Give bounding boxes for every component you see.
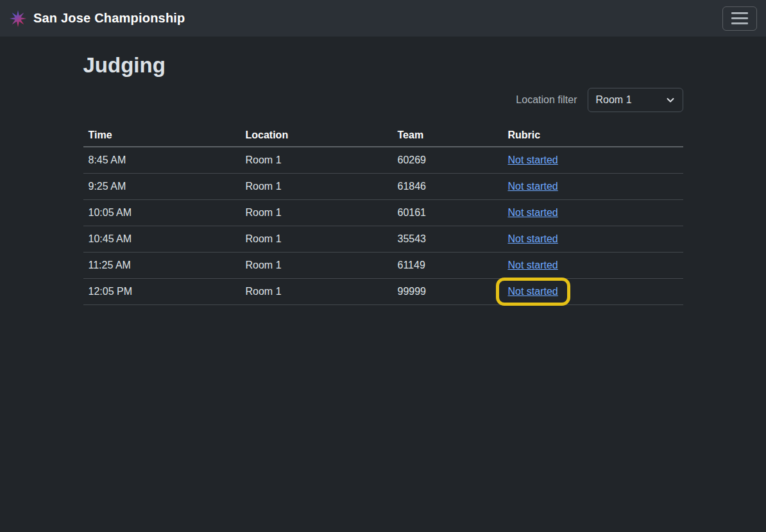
time-cell: 10:05 AM bbox=[83, 199, 241, 226]
team-cell: 99999 bbox=[393, 278, 503, 304]
brand-title: San Jose Championship bbox=[33, 11, 185, 26]
time-cell: 10:45 AM bbox=[83, 226, 241, 252]
starburst-logo-icon bbox=[9, 10, 27, 28]
judging-table-head: Time Location Team Rubric bbox=[83, 124, 683, 147]
location-cell: Room 1 bbox=[241, 173, 393, 199]
rubric-highlight-box: Not started bbox=[496, 225, 570, 253]
time-cell: 12:05 PM bbox=[83, 278, 241, 304]
table-row: 12:05 PM Room 1 99999 Not started bbox=[83, 278, 683, 304]
rubric-highlight-box: Not started bbox=[496, 251, 570, 279]
team-cell: 60161 bbox=[393, 199, 503, 226]
team-cell: 61149 bbox=[393, 252, 503, 278]
navbar: San Jose Championship bbox=[0, 0, 766, 37]
chevron-down-icon bbox=[666, 96, 675, 104]
rubric-cell: Not started bbox=[503, 147, 683, 174]
rubric-link[interactable]: Not started bbox=[508, 207, 558, 218]
table-row: 10:05 AM Room 1 60161 Not started bbox=[83, 199, 683, 226]
hamburger-icon bbox=[731, 12, 748, 14]
header-location: Location bbox=[241, 124, 393, 147]
rubric-highlight-box: Not started bbox=[496, 199, 570, 227]
rubric-link[interactable]: Not started bbox=[508, 181, 558, 192]
table-row: 11:25 AM Room 1 61149 Not started bbox=[83, 252, 683, 278]
rubric-cell: Not started bbox=[503, 278, 683, 304]
rubric-cell: Not started bbox=[503, 199, 683, 226]
rubric-link[interactable]: Not started bbox=[508, 286, 558, 297]
filter-row: Location filter Room 1 bbox=[83, 88, 683, 112]
table-row: 8:45 AM Room 1 60269 Not started bbox=[83, 147, 683, 174]
header-rubric: Rubric bbox=[503, 124, 683, 147]
rubric-cell: Not started bbox=[503, 226, 683, 252]
header-time: Time bbox=[83, 124, 241, 147]
hamburger-menu-button[interactable] bbox=[722, 6, 757, 31]
team-cell: 60269 bbox=[393, 147, 503, 174]
rubric-highlight-box: Not started bbox=[496, 146, 570, 174]
main-content: Judging Location filter Room 1 Time Loca… bbox=[83, 53, 683, 305]
location-filter-value: Room 1 bbox=[596, 94, 632, 106]
location-cell: Room 1 bbox=[241, 278, 393, 304]
location-cell: Room 1 bbox=[241, 252, 393, 278]
rubric-cell: Not started bbox=[503, 173, 683, 199]
time-cell: 11:25 AM bbox=[83, 252, 241, 278]
page-title: Judging bbox=[83, 53, 683, 78]
location-cell: Room 1 bbox=[241, 226, 393, 252]
judging-table-body: 8:45 AM Room 1 60269 Not started 9:25 AM… bbox=[83, 147, 683, 305]
team-cell: 35543 bbox=[393, 226, 503, 252]
team-cell: 61846 bbox=[393, 173, 503, 199]
time-cell: 8:45 AM bbox=[83, 147, 241, 174]
location-filter-label: Location filter bbox=[516, 94, 577, 106]
location-cell: Room 1 bbox=[241, 147, 393, 174]
brand[interactable]: San Jose Championship bbox=[9, 10, 185, 28]
rubric-highlight-box: Not started bbox=[496, 172, 570, 201]
rubric-link[interactable]: Not started bbox=[508, 260, 558, 270]
time-cell: 9:25 AM bbox=[83, 173, 241, 199]
table-row: 10:45 AM Room 1 35543 Not started bbox=[83, 226, 683, 252]
judging-table: Time Location Team Rubric 8:45 AM Room 1… bbox=[83, 124, 683, 305]
rubric-highlight-box: Not started bbox=[496, 278, 570, 306]
table-row: 9:25 AM Room 1 61846 Not started bbox=[83, 173, 683, 199]
header-team: Team bbox=[393, 124, 503, 147]
location-filter-select[interactable]: Room 1 bbox=[588, 88, 683, 112]
location-cell: Room 1 bbox=[241, 199, 393, 226]
rubric-link[interactable]: Not started bbox=[508, 233, 558, 244]
rubric-cell: Not started bbox=[503, 252, 683, 278]
rubric-link[interactable]: Not started bbox=[508, 154, 558, 165]
